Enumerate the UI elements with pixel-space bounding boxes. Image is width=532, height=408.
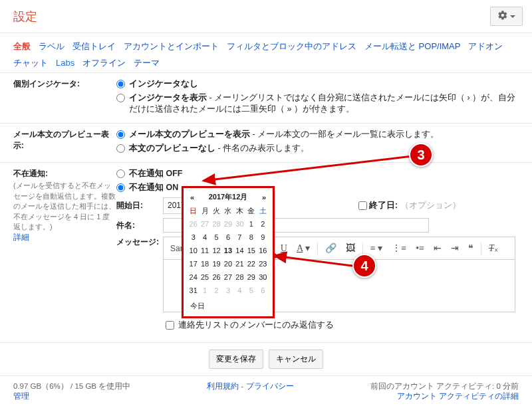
indent-button[interactable]: ⇥ bbox=[447, 240, 463, 256]
cal-day[interactable]: 27 bbox=[199, 217, 210, 231]
cal-day[interactable]: 30 bbox=[234, 217, 245, 231]
cal-day[interactable]: 4 bbox=[234, 284, 245, 297]
quote-button[interactable]: ❝ bbox=[464, 240, 477, 256]
activity-details-link[interactable]: アカウント アクティビティの詳細 bbox=[397, 392, 519, 400]
vacation-off-radio[interactable] bbox=[116, 169, 125, 178]
settings-gear-button[interactable] bbox=[490, 7, 523, 26]
cal-day[interactable]: 28 bbox=[211, 217, 222, 231]
cal-next-button[interactable]: » bbox=[262, 193, 266, 201]
cal-day[interactable]: 16 bbox=[257, 244, 269, 257]
tab-オフライン[interactable]: オフライン bbox=[82, 58, 126, 68]
tab-全般[interactable]: 全般 bbox=[13, 41, 31, 51]
cal-day[interactable]: 26 bbox=[188, 217, 199, 231]
vacation-detail-link[interactable]: 詳細 bbox=[13, 233, 29, 242]
message-label: メッセージ: bbox=[116, 237, 163, 248]
cal-day[interactable]: 19 bbox=[211, 257, 222, 270]
cal-day[interactable]: 27 bbox=[222, 270, 233, 284]
cal-day[interactable]: 13 bbox=[222, 244, 233, 257]
unordered-list-button[interactable]: •≡ bbox=[412, 241, 428, 256]
cal-day[interactable]: 17 bbox=[188, 257, 199, 270]
storage-manage-link[interactable]: 管理 bbox=[13, 392, 29, 400]
cal-prev-button[interactable]: « bbox=[190, 193, 194, 201]
tab-ラベル[interactable]: ラベル bbox=[39, 41, 65, 51]
callout-3: 3 bbox=[409, 143, 433, 167]
datepicker-popup[interactable]: « 2017年12月 » 日月火水木金土 2627282930123456789… bbox=[182, 186, 275, 318]
cal-day[interactable]: 4 bbox=[199, 231, 210, 244]
cal-day[interactable]: 6 bbox=[257, 284, 269, 297]
vacation-section-title: 不在通知: bbox=[13, 168, 116, 179]
start-date-label: 開始日: bbox=[116, 200, 163, 211]
cal-day[interactable]: 5 bbox=[245, 284, 257, 297]
cal-day[interactable]: 14 bbox=[234, 244, 245, 257]
subject-label: 件名: bbox=[116, 220, 163, 231]
vacation-on-label: 不在通知 ON bbox=[129, 183, 178, 192]
save-button[interactable]: 変更を保存 bbox=[209, 350, 263, 369]
image-button[interactable]: 🖼 bbox=[342, 241, 359, 256]
cal-day[interactable]: 1 bbox=[245, 217, 257, 231]
terms-link[interactable]: 利用規約 bbox=[207, 382, 239, 390]
cal-dow: 土 bbox=[257, 205, 269, 217]
tab-Labs[interactable]: Labs bbox=[56, 58, 74, 68]
cancel-button[interactable]: キャンセル bbox=[269, 350, 323, 369]
cal-day[interactable]: 5 bbox=[211, 231, 222, 244]
cal-today-button[interactable]: 今日 bbox=[188, 300, 269, 312]
cal-day[interactable]: 20 bbox=[222, 257, 233, 270]
cal-day[interactable]: 1 bbox=[199, 284, 210, 297]
cal-day[interactable]: 12 bbox=[211, 244, 222, 257]
end-date-checkbox[interactable] bbox=[358, 201, 367, 210]
contacts-only-checkbox[interactable] bbox=[166, 321, 174, 330]
cal-day[interactable]: 30 bbox=[257, 270, 269, 284]
preview-section-title: メール本文のプレビュー表示: bbox=[13, 129, 116, 157]
settings-tabs: 全般ラベル受信トレイアカウントとインポートフィルタとブロック中のアドレスメール転… bbox=[0, 33, 532, 72]
cal-day[interactable]: 3 bbox=[188, 231, 199, 244]
cal-day[interactable]: 25 bbox=[199, 270, 210, 284]
cal-day[interactable]: 23 bbox=[257, 257, 269, 270]
preview-show-label: メール本文のプレビューを表示 bbox=[129, 130, 250, 139]
text-color-button[interactable]: A ▾ bbox=[293, 240, 314, 256]
cal-day[interactable]: 18 bbox=[199, 257, 210, 270]
cal-day[interactable]: 8 bbox=[245, 231, 257, 244]
cal-day[interactable]: 11 bbox=[199, 244, 210, 257]
tab-メール転送と POP/IMAP[interactable]: メール転送と POP/IMAP bbox=[364, 41, 460, 51]
activity-text: 前回のアカウント アクティビティ: 0 分前 bbox=[370, 382, 519, 390]
cal-day[interactable]: 9 bbox=[257, 231, 269, 244]
indicator-none-radio[interactable] bbox=[116, 80, 125, 88]
indicator-show-radio[interactable] bbox=[116, 94, 125, 102]
preview-none-radio[interactable] bbox=[116, 144, 125, 153]
link-button[interactable]: 🔗 bbox=[321, 240, 340, 256]
cal-day[interactable]: 15 bbox=[245, 244, 257, 257]
tab-テーマ[interactable]: テーマ bbox=[134, 58, 160, 68]
cal-day[interactable]: 22 bbox=[245, 257, 257, 270]
callout-4: 4 bbox=[352, 254, 376, 278]
ordered-list-button[interactable]: ⋮≡ bbox=[388, 240, 410, 256]
vacation-on-radio[interactable] bbox=[116, 183, 125, 192]
tab-受信トレイ[interactable]: 受信トレイ bbox=[72, 41, 116, 51]
cal-day[interactable]: 28 bbox=[234, 270, 245, 284]
cal-day[interactable]: 29 bbox=[245, 270, 257, 284]
preview-show-radio[interactable] bbox=[116, 130, 125, 139]
cal-day[interactable]: 10 bbox=[188, 244, 199, 257]
clear-format-button[interactable]: Tₓ bbox=[485, 240, 502, 256]
cal-day[interactable]: 21 bbox=[234, 257, 245, 270]
cal-day[interactable]: 2 bbox=[211, 284, 222, 297]
tab-チャット[interactable]: チャット bbox=[13, 58, 48, 68]
tab-アカウントとインポート[interactable]: アカウントとインポート bbox=[124, 41, 219, 51]
privacy-link[interactable]: プライバシー bbox=[246, 382, 294, 390]
cal-day[interactable]: 29 bbox=[222, 217, 233, 231]
cal-day[interactable]: 26 bbox=[211, 270, 222, 284]
indicator-show-label: インジケータを表示 bbox=[129, 93, 207, 102]
page-title: 設定 bbox=[13, 9, 37, 25]
cal-dow: 日 bbox=[188, 205, 199, 217]
cal-dow: 金 bbox=[245, 205, 257, 217]
cal-day[interactable]: 7 bbox=[234, 231, 245, 244]
tab-アドオン[interactable]: アドオン bbox=[468, 41, 503, 51]
cal-day[interactable]: 2 bbox=[257, 217, 269, 231]
cal-day[interactable]: 31 bbox=[188, 284, 199, 297]
cal-day[interactable]: 24 bbox=[188, 270, 199, 284]
outdent-button[interactable]: ⇤ bbox=[430, 240, 446, 256]
preview-show-desc: - メール本文の一部をメール一覧に表示します。 bbox=[250, 130, 439, 139]
underline-button[interactable]: U bbox=[277, 241, 291, 256]
cal-day[interactable]: 6 bbox=[222, 231, 233, 244]
tab-フィルタとブロック中のアドレス[interactable]: フィルタとブロック中のアドレス bbox=[227, 41, 356, 51]
cal-day[interactable]: 3 bbox=[222, 284, 233, 297]
